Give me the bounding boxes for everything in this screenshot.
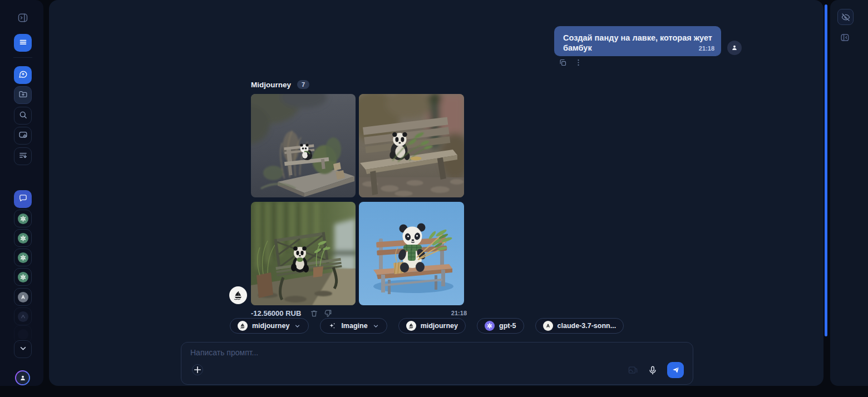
chip-label: claude-3.7-sonn... xyxy=(558,322,617,330)
add-attachment-icon[interactable] xyxy=(192,364,203,375)
chip-claude-3-7-sonnet[interactable]: claude-3.7-sonn... xyxy=(535,318,624,334)
visibility-off-icon xyxy=(841,13,850,22)
new-folder-button[interactable] xyxy=(14,86,32,104)
attach-media-icon[interactable] xyxy=(628,365,638,375)
menu-icon xyxy=(18,37,28,48)
hide-content-button[interactable] xyxy=(837,9,854,25)
microphone-icon[interactable] xyxy=(648,365,658,375)
thumbs-down-icon[interactable] xyxy=(324,309,332,317)
chip-imagine-dropdown[interactable]: Imagine xyxy=(320,318,387,334)
user-message-bubble: Создай панду на лавке, которая жует бамб… xyxy=(554,26,721,56)
collapse-panel-icon[interactable] xyxy=(840,32,850,43)
expand-models-button[interactable] xyxy=(14,340,32,358)
openai-logo-icon xyxy=(18,214,28,224)
message-count-badge: 7 xyxy=(297,80,309,89)
midjourney-sailboat-icon xyxy=(233,290,244,301)
prompt-composer xyxy=(181,342,693,385)
sidebar-toggle-icon[interactable] xyxy=(17,12,28,23)
model-button-gpt-1[interactable] xyxy=(14,210,32,227)
sparkles-icon xyxy=(328,321,337,330)
model-button-faded[interactable] xyxy=(14,307,32,325)
sidebar-divider xyxy=(13,57,32,58)
anthropic-logo-icon xyxy=(18,292,28,302)
chip-label: midjourney xyxy=(252,322,289,330)
assistant-name: Midjourney xyxy=(251,81,291,89)
chip-label: Imagine xyxy=(341,322,367,330)
left-sidebar xyxy=(0,0,43,386)
more-options-icon[interactable] xyxy=(574,58,583,67)
chip-label: midjourney xyxy=(421,322,458,330)
copy-icon[interactable] xyxy=(559,58,567,67)
generated-image-grid xyxy=(251,94,464,305)
generation-cost: -12.56000 RUB xyxy=(251,309,301,317)
model-chips-row: midjourney Imagine midjourney gpt-5 xyxy=(230,318,624,334)
assistant-avatar xyxy=(229,286,247,304)
generated-image-1[interactable] xyxy=(251,94,356,197)
generated-image-2[interactable] xyxy=(359,94,464,197)
model-icon-faded xyxy=(18,329,28,340)
model-button-anthropic[interactable] xyxy=(14,288,32,306)
chevron-down-icon xyxy=(294,322,301,330)
chevron-down-icon xyxy=(372,322,379,330)
search-button[interactable] xyxy=(14,107,32,125)
chat-panel: Создай панду на лавке, которая жует бамб… xyxy=(49,0,823,386)
user-message-text: Создай панду на лавке, которая жует бамб… xyxy=(563,33,712,52)
media-settings-button[interactable] xyxy=(14,127,32,145)
user-message-time: 21:18 xyxy=(699,45,714,53)
openai-logo-icon xyxy=(18,272,28,282)
scrollbar[interactable] xyxy=(825,4,827,336)
person-icon xyxy=(731,44,738,52)
user-message-avatar xyxy=(727,41,742,55)
task-queue-icon xyxy=(18,151,28,162)
openai-logo-icon xyxy=(18,233,28,244)
chip-label: gpt-5 xyxy=(499,322,516,330)
app-window: Создай панду на лавке, которая жует бамб… xyxy=(0,0,868,397)
send-icon xyxy=(672,366,680,374)
message-actions xyxy=(559,58,583,67)
midjourney-logo-icon xyxy=(238,321,248,331)
assistant-header: Midjourney 7 xyxy=(251,80,309,89)
model-button-gpt-2[interactable] xyxy=(14,229,32,247)
chat-mode-button[interactable] xyxy=(14,190,32,208)
folder-plus-icon xyxy=(18,90,28,101)
chip-midjourney-dropdown[interactable]: midjourney xyxy=(230,318,309,334)
openai-logo-icon xyxy=(485,321,495,331)
user-profile-avatar[interactable] xyxy=(15,370,30,385)
new-chat-icon xyxy=(18,70,28,81)
prompt-input[interactable] xyxy=(190,348,669,365)
composer-controls xyxy=(628,362,684,378)
task-queue-button[interactable] xyxy=(14,147,32,165)
chip-midjourney[interactable]: midjourney xyxy=(398,318,466,334)
media-settings-icon xyxy=(18,130,28,141)
model-icon-faded xyxy=(18,311,28,322)
right-sidebar xyxy=(830,0,868,386)
send-button[interactable] xyxy=(667,362,684,378)
model-button-gpt-4[interactable] xyxy=(14,268,32,286)
main-menu-button[interactable] xyxy=(14,34,32,52)
chevron-down-icon xyxy=(18,344,28,355)
midjourney-logo-icon xyxy=(406,321,416,331)
chip-gpt-5[interactable]: gpt-5 xyxy=(477,318,524,334)
openai-logo-icon xyxy=(18,252,28,263)
delete-icon[interactable] xyxy=(310,309,318,317)
message-meta-row: -12.56000 RUB 21:18 xyxy=(251,308,467,318)
new-chat-button[interactable] xyxy=(14,66,32,84)
chat-bubble-icon xyxy=(18,193,28,205)
assistant-message-time: 21:18 xyxy=(451,310,467,316)
anthropic-logo-icon xyxy=(543,321,553,331)
person-icon xyxy=(19,374,27,382)
generated-image-4[interactable] xyxy=(359,202,464,305)
generated-image-3[interactable] xyxy=(251,202,356,305)
search-icon xyxy=(18,110,28,121)
model-button-gpt-3[interactable] xyxy=(14,249,32,266)
